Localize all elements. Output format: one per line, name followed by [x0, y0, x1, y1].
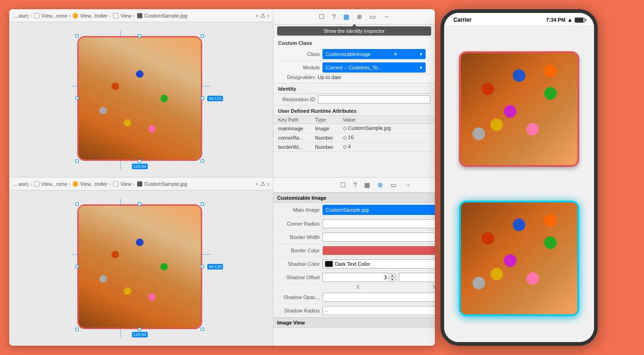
handle-tc-top[interactable]	[138, 34, 141, 37]
shadow-offset-y-input: ▴ ▾	[399, 273, 435, 282]
image-view-section-header: Image View	[273, 318, 435, 328]
breadcrumb-top: ....ase) › View...cene › View...troller …	[9, 9, 273, 22]
bc-item-4: View	[120, 13, 131, 18]
corner-radius-field[interactable]	[322, 219, 435, 228]
phone-carrier: Carrier	[453, 17, 471, 23]
toolbar-b-ruler-icon[interactable]: ▭	[390, 180, 397, 190]
class-label: Class	[283, 51, 320, 57]
shadow-opacity-label: Shadow Opac...	[278, 294, 320, 300]
bc-item-2: View...cene	[41, 13, 67, 18]
svg-point-19	[504, 254, 516, 267]
row-key-3: borderWi...	[278, 144, 315, 150]
shadow-color-swatch	[325, 261, 333, 267]
border-width-input: ▴ ▾	[322, 233, 435, 242]
nav-forward-top[interactable]: ›	[267, 12, 269, 19]
designables-label: Designables	[278, 74, 315, 80]
toolbar-help-icon[interactable]: ?	[331, 12, 337, 21]
handle-bc-top[interactable]	[138, 159, 141, 163]
shadow-offset-x-stepper: ▴ ▾	[389, 273, 396, 282]
wifi-icon: ▲	[567, 17, 573, 23]
shadow-radius-row: Shadow Radius -- ▴ ▾	[273, 304, 435, 318]
dim-label-right-bottom: 94:125	[207, 264, 223, 269]
customizable-image-header: Customizable Image	[273, 193, 435, 203]
shadow-offset-row: Shadow Offset ▴ ▾	[273, 271, 435, 284]
handle-br-top[interactable]	[201, 159, 204, 163]
row-type-2: Number	[315, 135, 343, 141]
inspector-toolbar-top: ☐ ? ▦ ⊗ ▭ →	[273, 9, 435, 24]
handle-bl-top[interactable]	[75, 159, 79, 163]
class-chevron-icon[interactable]: ▾	[420, 51, 422, 57]
border-color-input: ▴ ▾	[322, 246, 435, 255]
handle-ml-top[interactable]	[75, 97, 79, 100]
shadow-opacity-field[interactable]	[322, 293, 435, 302]
module-value: Current – Codeless_To...	[326, 65, 382, 70]
shadow-offset-y-field[interactable]	[399, 273, 435, 282]
module-select[interactable]: Current – Codeless_To... ▾	[322, 62, 426, 73]
toolbar-b-view-icon[interactable]: ▦	[363, 180, 371, 190]
shadow-color-container[interactable]: Dark Text Color	[322, 259, 435, 269]
nav-forward-bottom[interactable]: ›	[267, 180, 269, 187]
identity-section-header: Identity	[273, 83, 435, 94]
pencil-image-top[interactable]: 94:125 125:94	[77, 36, 202, 161]
shadow-radius-label: Shadow Radius	[278, 308, 320, 313]
toolbar-b-arrow-icon[interactable]: →	[403, 180, 411, 190]
class-select[interactable]: CustomizableImage ✕ ▾	[322, 49, 426, 59]
handle-ml-bottom[interactable]	[75, 265, 79, 268]
bc-icon-1	[34, 13, 39, 18]
custom-class-section: Custom Class Class CustomizableImage ✕ ▾…	[273, 37, 435, 83]
border-width-field[interactable]	[322, 233, 435, 242]
border-color-swatch[interactable]	[322, 246, 435, 255]
toolbar-b-connect-icon[interactable]: ⊕	[377, 180, 384, 190]
bc-b-item-4: View	[120, 181, 131, 187]
nav-back-top[interactable]: ‹	[256, 12, 258, 19]
toolbar-b-file-icon[interactable]: ☐	[339, 180, 347, 190]
restoration-id-input[interactable]	[318, 95, 430, 104]
pencil-svg-bottom	[461, 202, 577, 314]
handle-mr-bottom[interactable]	[201, 265, 204, 268]
inspector-top: ☐ ? ▦ ⊗ ▭ → Show the Identity inspector …	[273, 9, 435, 177]
y-label: Y	[396, 285, 435, 290]
svg-point-16	[526, 272, 539, 285]
handle-tr-bottom[interactable]	[201, 202, 204, 206]
class-row: Class CustomizableImage ✕ ▾	[278, 48, 430, 61]
ide-panel: ....ase) › View...cene › View...troller …	[9, 9, 435, 346]
module-row: Module Current – Codeless_To... ▾	[278, 61, 430, 74]
nav-warning-top: ⚠	[260, 12, 266, 19]
bc-b-item-2: View...cene	[41, 181, 67, 187]
canvas-content-bottom: 94:125 125:94	[9, 190, 273, 346]
module-label: Module	[283, 65, 320, 70]
toolbar-ruler-icon[interactable]: ▭	[369, 12, 377, 21]
handle-tl-top[interactable]	[75, 34, 79, 37]
bc-b-arrow-2: ›	[69, 181, 71, 187]
handle-bc-bottom[interactable]	[138, 328, 141, 331]
handle-tr-top[interactable]	[201, 34, 204, 37]
handle-br-bottom[interactable]	[201, 328, 204, 331]
toolbar-connect-icon[interactable]: ⊗	[356, 12, 363, 21]
toolbar-b-help-icon[interactable]: ?	[353, 180, 358, 190]
handle-mr-top[interactable]	[201, 97, 204, 100]
class-clear-icon[interactable]: ✕	[393, 51, 397, 57]
pencil-img-bottom	[77, 204, 202, 329]
bc-arrow-1: ›	[31, 13, 32, 18]
table-row-borderwidth: borderWi... Number ◇ 4	[273, 142, 435, 152]
handle-bl-bottom[interactable]	[75, 328, 79, 331]
shadow-radius-dashes[interactable]: --	[322, 306, 435, 315]
toolbar-file-icon[interactable]: ☐	[318, 12, 326, 21]
handle-tc-bottom[interactable]	[138, 202, 141, 206]
shadow-offset-x-field[interactable]	[322, 273, 389, 282]
module-chevron-icon[interactable]: ▾	[420, 65, 422, 71]
canvas-image-container-top: 94:125 125:94	[72, 31, 211, 169]
nav-back-bottom[interactable]: ‹	[256, 180, 258, 187]
row-value-1: ◇ CustomSample.jpg	[343, 125, 430, 131]
preview-pencil-bg-bottom	[461, 202, 577, 314]
handle-tl-bottom[interactable]	[75, 202, 79, 206]
svg-point-17	[472, 276, 485, 289]
svg-point-3	[513, 69, 525, 81]
toolbar-arrow-icon[interactable]: →	[382, 12, 390, 21]
shadow-offset-x-down[interactable]: ▾	[389, 277, 396, 282]
pencil-image-bottom[interactable]: 94:125 125:94	[77, 204, 202, 329]
main-image-select[interactable]: CustomSample.jpg ▾	[322, 205, 435, 215]
toolbar-identity-icon[interactable]: ▦	[342, 12, 350, 21]
bc-icon-2	[73, 13, 78, 18]
col-header-value: Value	[343, 117, 430, 122]
